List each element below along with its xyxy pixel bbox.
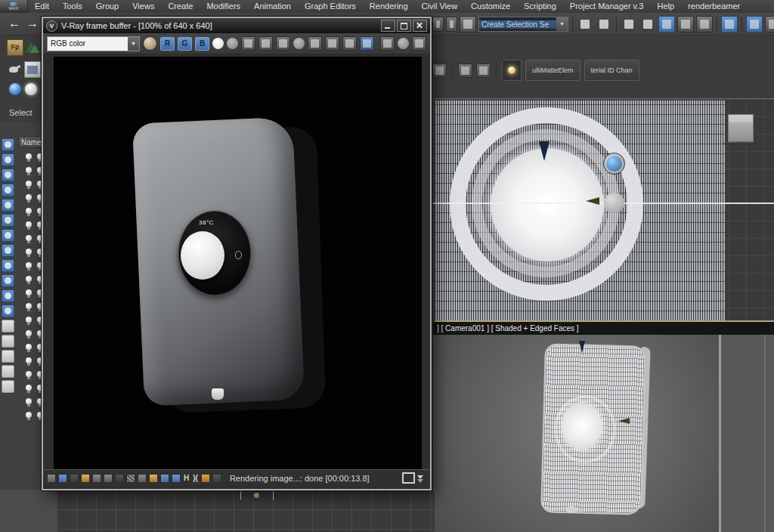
display-filter-icon[interactable] (2, 199, 14, 212)
vfb-status-icon[interactable]: H (183, 474, 190, 483)
viewport-top-view[interactable] (433, 98, 774, 323)
vfb-status-icon[interactable] (212, 474, 221, 483)
display-filter-icon[interactable] (2, 214, 14, 227)
menu-item-scripting[interactable]: Scripting (517, 0, 563, 13)
vfb-rendered-image[interactable]: 38°C (54, 57, 422, 473)
multimatte-element-button[interactable]: ultiMatteElem (525, 60, 580, 81)
color-sphere-icon[interactable] (143, 36, 157, 51)
render-setup-icon[interactable] (721, 16, 738, 32)
blue-channel-toggle[interactable]: B (195, 37, 209, 51)
teapot-render-icon[interactable] (7, 61, 22, 76)
render-teapot-icon[interactable] (412, 36, 426, 51)
vfb-status-icon[interactable] (201, 474, 210, 483)
menu-item-customize[interactable]: Customize (464, 0, 517, 13)
trees-plugin-icon[interactable] (24, 39, 39, 54)
viewport-bottom-grid[interactable] (57, 490, 435, 532)
vfb-status-icon[interactable] (70, 474, 79, 483)
monochrome-toggle-icon[interactable] (212, 38, 224, 49)
vfb-status-icon[interactable] (104, 474, 113, 483)
vfb-status-icon[interactable] (149, 474, 158, 483)
material-sample-icon[interactable] (603, 153, 625, 175)
manage-layers-icon[interactable] (621, 16, 637, 32)
forest-pack-icon[interactable]: Fp (7, 39, 23, 56)
menu-item-rendering[interactable]: Rendering (363, 0, 415, 13)
vray-k-icon[interactable] (293, 38, 305, 49)
material-id-channel-button[interactable]: terial ID Chan (584, 60, 639, 81)
vfb-status-icon[interactable] (126, 474, 135, 483)
vfb-status-icon[interactable] (58, 474, 67, 483)
named-selection-sets-icon[interactable] (460, 16, 476, 32)
bitmap-icon[interactable] (24, 61, 41, 78)
schematic-view-icon[interactable] (696, 16, 713, 32)
menu-item-graph-editors[interactable]: Graph Editors (298, 0, 363, 13)
display-filter-icon[interactable] (2, 335, 14, 348)
selection-set-dropdown[interactable]: Create Selection Se ▼ (478, 17, 568, 32)
display-filter-icon[interactable] (2, 169, 14, 181)
align-icon[interactable] (596, 16, 612, 32)
render-last-icon[interactable] (342, 36, 357, 51)
dropdown-arrow-icon[interactable]: ▼ (556, 17, 568, 31)
vfb-status-icon[interactable]: )( (192, 474, 199, 483)
max-application-button[interactable]: MAX (0, 0, 28, 13)
light-target-arrow[interactable] (539, 141, 550, 161)
viewport-label-bar[interactable]: ] [ Camera001 ] [ Shaded + Edged Faces ] (433, 322, 774, 335)
vfb-status-icon[interactable] (47, 474, 56, 483)
vfb-status-icon[interactable] (160, 474, 169, 483)
render-production-icon[interactable] (765, 16, 774, 32)
clone-options-icon[interactable] (432, 63, 447, 78)
redo-icon[interactable]: → (24, 15, 41, 32)
menu-item-animation[interactable]: Animation (247, 0, 298, 13)
menu-item-modifiers[interactable]: Modifiers (200, 0, 247, 13)
help-icon[interactable] (476, 63, 491, 78)
menu-item-create[interactable]: Create (161, 0, 200, 13)
display-filter-icon[interactable] (2, 380, 14, 393)
white-light-icon[interactable] (25, 83, 37, 95)
menu-item-civil-view[interactable]: Civil View (415, 0, 464, 13)
camera-direction-arrow[interactable] (586, 197, 599, 205)
track-mouse-icon[interactable] (325, 36, 339, 51)
viewcube[interactable] (728, 114, 754, 143)
copy-to-clipboard-icon[interactable] (276, 36, 290, 51)
display-filter-icon[interactable] (2, 153, 14, 166)
menu-item-project-manager-v3[interactable]: Project Manager v.3 (563, 0, 651, 13)
undo-icon[interactable]: ← (6, 15, 23, 32)
menu-item-tools[interactable]: Tools (56, 0, 89, 13)
menu-item-edit[interactable]: Edit (28, 0, 56, 13)
menu-item-group[interactable]: Group (89, 0, 126, 13)
select-link-icon[interactable] (432, 17, 444, 32)
viewport-splitter[interactable] (719, 335, 774, 532)
region-render-icon[interactable] (360, 36, 374, 51)
minimize-button[interactable] (381, 20, 395, 32)
green-channel-toggle[interactable]: G (178, 37, 192, 51)
graphite-modeling-icon[interactable] (639, 16, 656, 32)
maximize-button[interactable] (397, 20, 411, 32)
load-image-icon[interactable] (259, 36, 273, 51)
display-filter-icon[interactable] (2, 259, 14, 272)
display-filter-icon[interactable] (2, 274, 14, 287)
menu-item-views[interactable]: Views (125, 0, 161, 13)
vfb-status-icon[interactable] (172, 474, 181, 483)
curve-editor-icon[interactable] (677, 16, 694, 32)
close-button[interactable] (413, 20, 427, 32)
scene-explorer-icon[interactable] (658, 16, 675, 32)
display-filter-icon[interactable] (2, 244, 14, 257)
vfb-title-bar[interactable]: V V-Ray frame buffer - [100% of 640 x 64… (43, 18, 430, 33)
menu-item-help[interactable]: Help (650, 0, 681, 13)
sphere-object[interactable] (604, 193, 624, 213)
display-filter-icon[interactable] (2, 365, 14, 378)
save-image-icon[interactable] (241, 36, 255, 51)
expand-vfb-icon[interactable] (402, 472, 415, 484)
start-ipr-teapot-icon[interactable] (380, 36, 395, 51)
display-filter-icon[interactable] (2, 184, 14, 196)
red-channel-toggle[interactable]: R (160, 37, 175, 51)
camera-viewport-label[interactable]: ] [ Camera001 ] [ Shaded + Edged Faces ] (437, 324, 579, 332)
display-filter-icon[interactable] (2, 138, 14, 151)
menu-item-renderbeamer[interactable]: renderbeamer (681, 0, 747, 13)
mirror-icon[interactable] (577, 16, 593, 32)
viewport-camera[interactable] (433, 335, 719, 532)
collapse-chevron-icon[interactable] (417, 474, 426, 483)
battery-icon[interactable] (458, 63, 472, 78)
display-filter-icon[interactable] (2, 229, 14, 242)
dropdown-arrow-icon[interactable]: ▼ (128, 37, 139, 51)
vfb-status-icon[interactable] (115, 474, 124, 483)
